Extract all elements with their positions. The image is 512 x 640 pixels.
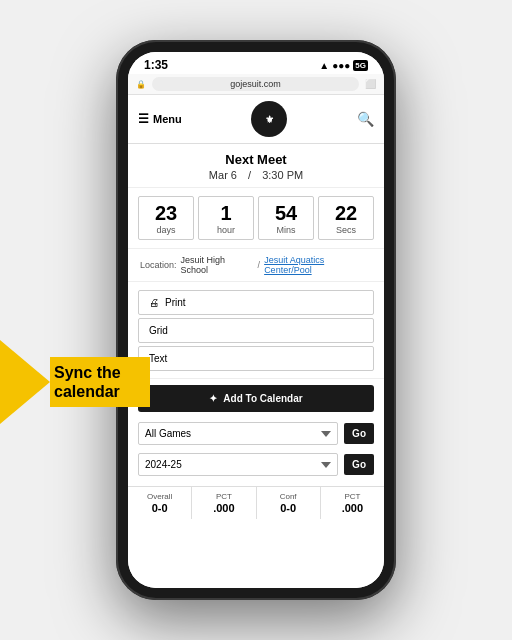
text-button[interactable]: Text [138,346,374,371]
stats-row: Overall 0-0 PCT .000 Conf 0-0 PCT .000 [128,486,384,519]
print-icon: 🖨 [149,297,159,308]
status-time: 1:35 [144,58,168,72]
share-icon: ⬜ [365,79,376,89]
stat-pct2-value: .000 [325,502,380,514]
print-label: Print [165,297,186,308]
games-dropdown-row: All Games Go [128,418,384,449]
location-sep: / [258,260,261,270]
search-icon[interactable]: 🔍 [357,111,374,127]
countdown-days: 23 days [138,196,194,240]
countdown-mins: 54 Mins [258,196,314,240]
meet-time: 3:30 PM [262,169,303,181]
games-select[interactable]: All Games [138,422,338,445]
next-meet-title: Next Meet [138,152,374,167]
logo-text: ⚜ [265,114,274,125]
nav-menu-label: Menu [153,113,182,125]
countdown-hours-value: 1 [203,203,249,223]
games-go-label: Go [352,428,366,439]
sync-arrow [0,340,50,424]
5g-badge: 5G [353,60,368,71]
location-name: Jesuit High School [181,255,254,275]
print-button[interactable]: 🖨 Print [138,290,374,315]
countdown-hours-label: hour [203,225,249,235]
add-calendar-button[interactable]: ✦ Add To Calendar [138,385,374,412]
season-select[interactable]: 2024-25 [138,453,338,476]
stat-overall: Overall 0-0 [128,487,192,519]
nav-bar: ☰ Menu ⚜ 🔍 [128,95,384,144]
browser-url[interactable]: gojesuit.com [152,77,359,91]
wifi-icon: ▲ [319,60,329,71]
browser-bar: 🔒 gojesuit.com ⬜ [128,74,384,95]
countdown-days-value: 23 [143,203,189,223]
countdown-secs-value: 22 [323,203,369,223]
countdown-mins-label: Mins [263,225,309,235]
season-dropdown-row: 2024-25 Go [128,449,384,480]
stat-pct2: PCT .000 [321,487,384,519]
stat-pct2-label: PCT [325,492,380,501]
stat-pct1-value: .000 [196,502,251,514]
status-icons: ▲ ●●● 5G [319,60,368,71]
countdown-days-label: days [143,225,189,235]
add-cal-label: Add To Calendar [223,393,302,404]
status-bar: 1:35 ▲ ●●● 5G [128,52,384,74]
stat-conf: Conf 0-0 [257,487,321,519]
countdown-mins-value: 54 [263,203,309,223]
season-go-label: Go [352,459,366,470]
sync-text: Sync the calendar [50,357,150,407]
phone-shell: 1:35 ▲ ●●● 5G 🔒 gojesuit.com ⬜ ☰ Menu ⚜ … [116,40,396,600]
main-content: Next Meet Mar 6 / 3:30 PM 23 days 1 hour [128,144,384,588]
games-go-button[interactable]: Go [344,423,374,444]
signal-icon: ●●● [332,60,350,71]
next-meet-section: Next Meet Mar 6 / 3:30 PM [128,144,384,188]
lock-icon: 🔒 [136,80,146,89]
sync-line2: calendar [54,383,120,400]
nav-menu[interactable]: ☰ Menu [138,112,182,126]
stat-conf-value: 0-0 [261,502,316,514]
text-label: Text [149,353,167,364]
countdown: 23 days 1 hour 54 Mins 22 Secs [128,188,384,249]
countdown-secs-label: Secs [323,225,369,235]
meet-date: Mar 6 [209,169,237,181]
cal-icon: ✦ [209,393,217,404]
stat-conf-label: Conf [261,492,316,501]
next-meet-date: Mar 6 / 3:30 PM [138,169,374,181]
season-go-button[interactable]: Go [344,454,374,475]
location-bar: Location: Jesuit High School / Jesuit Aq… [128,249,384,282]
sync-line1: Sync the [54,364,121,381]
grid-button[interactable]: Grid [138,318,374,343]
location-prefix: Location: [140,260,177,270]
grid-label: Grid [149,325,168,336]
buttons-section: 🖨 Print Grid Text [128,282,384,379]
stat-overall-label: Overall [132,492,187,501]
stat-pct1: PCT .000 [192,487,256,519]
sync-callout: Sync the calendar [0,340,150,424]
location-link[interactable]: Jesuit Aquatics Center/Pool [264,255,372,275]
hamburger-icon: ☰ [138,112,149,126]
nav-logo: ⚜ [251,101,287,137]
countdown-secs: 22 Secs [318,196,374,240]
stat-pct1-label: PCT [196,492,251,501]
countdown-hours: 1 hour [198,196,254,240]
phone-screen: 1:35 ▲ ●●● 5G 🔒 gojesuit.com ⬜ ☰ Menu ⚜ … [128,52,384,588]
date-separator: / [248,169,251,181]
stat-overall-value: 0-0 [132,502,187,514]
